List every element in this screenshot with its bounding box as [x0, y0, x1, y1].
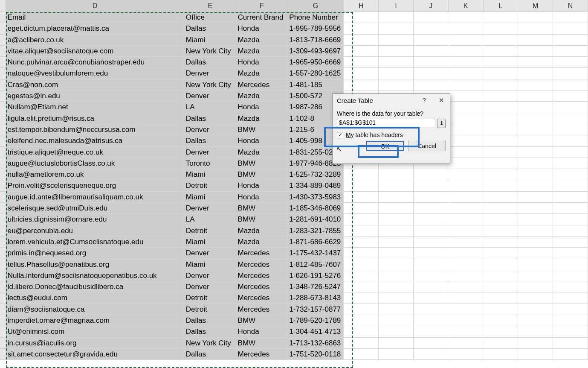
- cell-empty[interactable]: [379, 304, 414, 315]
- cell-empty[interactable]: [483, 248, 518, 259]
- cell[interactable]: Miami: [184, 237, 236, 248]
- cell-empty[interactable]: [448, 35, 483, 46]
- cell[interactable]: New York City: [184, 46, 236, 57]
- cell-empty[interactable]: [344, 203, 379, 214]
- row-number[interactable]: [0, 113, 6, 124]
- cell-empty[interactable]: [553, 147, 588, 158]
- cell[interactable]: Miami: [184, 35, 236, 46]
- row-number[interactable]: [0, 292, 6, 304]
- cell[interactable]: BMW: [236, 124, 288, 135]
- cell-empty[interactable]: [448, 270, 483, 281]
- cell[interactable]: Miami: [184, 192, 236, 203]
- cell-empty[interactable]: [414, 315, 449, 326]
- cell-empty[interactable]: [483, 259, 518, 270]
- cell-empty[interactable]: [414, 23, 449, 34]
- headers-checkbox[interactable]: ✓: [337, 132, 343, 138]
- cell-empty[interactable]: [344, 68, 379, 79]
- cell[interactable]: diam@sociisnatoque.ca: [6, 304, 184, 315]
- cell-empty[interactable]: [344, 315, 379, 326]
- cell-empty[interactable]: [518, 68, 553, 79]
- cell-empty[interactable]: [414, 46, 449, 57]
- cell-empty[interactable]: [448, 281, 483, 292]
- cell-empty[interactable]: [483, 292, 518, 304]
- cell[interactable]: 1-713-132-6863: [287, 338, 343, 349]
- close-button[interactable]: ✕: [433, 94, 450, 107]
- cell-empty[interactable]: [483, 326, 518, 337]
- cell-empty[interactable]: [483, 79, 518, 91]
- cell[interactable]: lectus@eudui.com: [6, 292, 184, 304]
- cell-empty[interactable]: [483, 147, 518, 158]
- row-number[interactable]: [0, 46, 6, 57]
- cell-empty[interactable]: [483, 315, 518, 326]
- cell[interactable]: eleifend.nec.malesuada@atrisus.ca: [6, 135, 184, 146]
- header-cell-brand[interactable]: Current Brand: [236, 12, 288, 23]
- cell-empty[interactable]: [414, 12, 449, 23]
- help-button[interactable]: ?: [416, 94, 433, 107]
- cell[interactable]: 1-812-485-7607: [287, 259, 343, 270]
- cell-empty[interactable]: [414, 68, 449, 79]
- cell[interactable]: Mercedes: [236, 292, 288, 304]
- cell-empty[interactable]: [344, 259, 379, 270]
- row-number[interactable]: [0, 79, 6, 91]
- cell[interactable]: 1-281-691-4010: [287, 214, 343, 225]
- column-header-I[interactable]: I: [379, 0, 414, 12]
- cell[interactable]: Mazda: [236, 113, 288, 124]
- cell-empty[interactable]: [414, 270, 449, 281]
- cell-empty[interactable]: [379, 23, 414, 34]
- cell[interactable]: Detroit: [184, 180, 236, 191]
- cell-empty[interactable]: [344, 349, 379, 360]
- cell[interactable]: imperdiet.ornare@magnaa.com: [6, 315, 184, 326]
- cell[interactable]: Denver: [184, 91, 236, 102]
- cell[interactable]: Mazda: [236, 225, 288, 237]
- cell-empty[interactable]: [518, 180, 553, 191]
- cell[interactable]: Honda: [236, 180, 288, 191]
- cell-empty[interactable]: [448, 203, 483, 214]
- cell[interactable]: Miami: [184, 259, 236, 270]
- cell[interactable]: ligula.elit.pretium@risus.ca: [6, 113, 184, 124]
- cell-empty[interactable]: [518, 270, 553, 281]
- cell[interactable]: 1-348-726-5247: [287, 281, 343, 292]
- cell-empty[interactable]: [483, 23, 518, 34]
- cell-empty[interactable]: [448, 237, 483, 248]
- row-number[interactable]: [0, 57, 6, 68]
- cell-empty[interactable]: [379, 270, 414, 281]
- cell-empty[interactable]: [518, 304, 553, 315]
- cell-empty[interactable]: [448, 225, 483, 237]
- cell-empty[interactable]: [553, 248, 588, 259]
- cell-empty[interactable]: [448, 57, 483, 68]
- cell-empty[interactable]: [379, 225, 414, 237]
- cell[interactable]: BMW: [236, 338, 288, 349]
- cell-empty[interactable]: [414, 203, 449, 214]
- cell[interactable]: Denver: [184, 203, 236, 214]
- row-number[interactable]: [0, 180, 6, 191]
- cell-empty[interactable]: [518, 281, 553, 292]
- cell-empty[interactable]: [483, 214, 518, 225]
- cell-empty[interactable]: [553, 169, 588, 180]
- cell-empty[interactable]: [414, 292, 449, 304]
- cell-empty[interactable]: [448, 113, 483, 124]
- cell-empty[interactable]: [553, 259, 588, 270]
- cell[interactable]: natoque@vestibulumlorem.edu: [6, 68, 184, 79]
- row-number[interactable]: [0, 281, 6, 292]
- cell-empty[interactable]: [414, 225, 449, 237]
- cell[interactable]: Mazda: [236, 91, 288, 102]
- cell-empty[interactable]: [448, 326, 483, 337]
- column-header-K[interactable]: K: [449, 0, 484, 12]
- row-number[interactable]: [0, 259, 6, 270]
- cell[interactable]: Nullam@Etiam.net: [6, 102, 184, 113]
- cell-empty[interactable]: [344, 57, 379, 68]
- cell-empty[interactable]: [379, 203, 414, 214]
- cell[interactable]: Honda: [236, 57, 288, 68]
- cell-empty[interactable]: [518, 338, 553, 349]
- row-number[interactable]: [0, 248, 6, 259]
- cell[interactable]: eget.dictum.placerat@mattis.ca: [6, 23, 184, 34]
- cell-empty[interactable]: [553, 135, 588, 146]
- cell-empty[interactable]: [518, 248, 553, 259]
- cell[interactable]: 1-304-451-4713: [287, 326, 343, 337]
- cell-empty[interactable]: [518, 292, 553, 304]
- cell-empty[interactable]: [448, 135, 483, 146]
- cell[interactable]: Denver: [184, 147, 236, 158]
- range-picker-button[interactable]: ↥: [437, 119, 446, 128]
- row-number[interactable]: [0, 169, 6, 180]
- cell-empty[interactable]: [414, 237, 449, 248]
